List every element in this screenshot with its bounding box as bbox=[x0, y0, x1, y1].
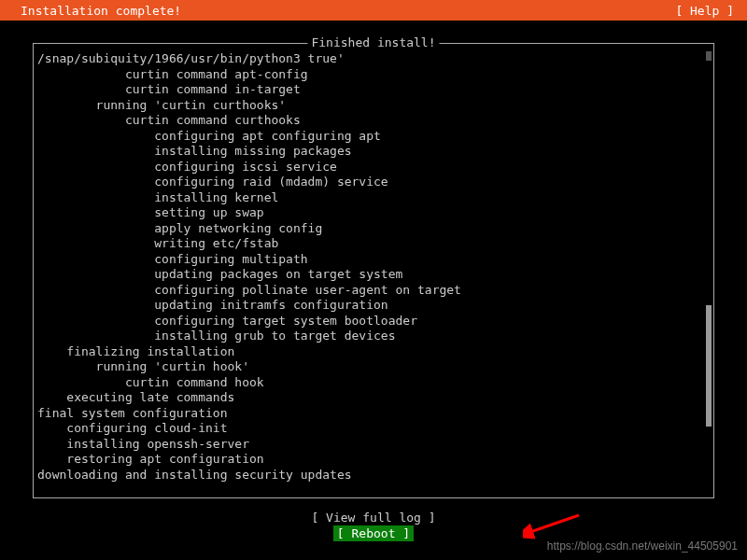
log-line: curtin command curthooks bbox=[37, 113, 704, 129]
install-log: /snap/subiquity/1966/usr/bin/python3 tru… bbox=[37, 51, 704, 483]
log-line: updating packages on target system bbox=[37, 267, 704, 283]
log-line: configuring pollinate user-agent on targ… bbox=[37, 283, 704, 299]
reboot-button[interactable]: [ Reboot ] bbox=[333, 525, 414, 541]
header-title: Installation complete! bbox=[21, 4, 181, 18]
log-line: running 'curtin hook' bbox=[37, 359, 704, 375]
button-row: [ View full log ] [ Reboot ] bbox=[33, 510, 714, 541]
log-line: configuring target system bootloader bbox=[37, 314, 704, 329]
log-line: apply networking config bbox=[37, 221, 704, 237]
log-line: updating initramfs configuration bbox=[37, 298, 704, 314]
log-line: executing late commands bbox=[37, 390, 704, 406]
log-line: configuring raid (mdadm) service bbox=[37, 175, 704, 190]
log-line: installing openssh-server bbox=[37, 437, 704, 453]
log-line: curtin command apt-config bbox=[37, 67, 704, 83]
log-line: final system configuration bbox=[37, 406, 704, 422]
log-panel: Finished install! /snap/subiquity/1966/u… bbox=[33, 43, 714, 498]
log-line: configuring iscsi service bbox=[37, 160, 704, 175]
log-line: configuring apt configuring apt bbox=[37, 129, 704, 145]
log-line: writing etc/fstab bbox=[37, 236, 704, 252]
watermark-text: https://blog.csdn.net/weixin_44505901 bbox=[547, 539, 738, 553]
help-button[interactable]: [ Help ] bbox=[675, 4, 734, 18]
log-line: setting up swap bbox=[37, 205, 704, 221]
scrollbar-up-icon[interactable] bbox=[706, 51, 712, 61]
log-line: curtin command hook bbox=[37, 375, 704, 391]
main-area: Finished install! /snap/subiquity/1966/u… bbox=[0, 21, 747, 560]
log-line: installing grub to target devices bbox=[37, 329, 704, 344]
log-line: configuring cloud-init bbox=[37, 421, 704, 437]
log-line: finalizing installation bbox=[37, 344, 704, 360]
log-line: running 'curtin curthooks' bbox=[37, 98, 704, 114]
scrollbar-thumb[interactable] bbox=[706, 305, 712, 427]
log-line: downloading and installing security upda… bbox=[37, 468, 704, 483]
view-full-log-button[interactable]: [ View full log ] bbox=[309, 510, 437, 525]
log-line: installing missing packages bbox=[37, 144, 704, 160]
log-line: installing kernel bbox=[37, 190, 704, 206]
log-line: restoring apt configuration bbox=[37, 452, 704, 468]
log-line: /snap/subiquity/1966/usr/bin/python3 tru… bbox=[37, 51, 704, 67]
header-bar: Installation complete! [ Help ] bbox=[0, 0, 747, 21]
log-line: curtin command in-target bbox=[37, 82, 704, 98]
log-line: configuring multipath bbox=[37, 252, 704, 268]
panel-title: Finished install! bbox=[307, 35, 439, 49]
